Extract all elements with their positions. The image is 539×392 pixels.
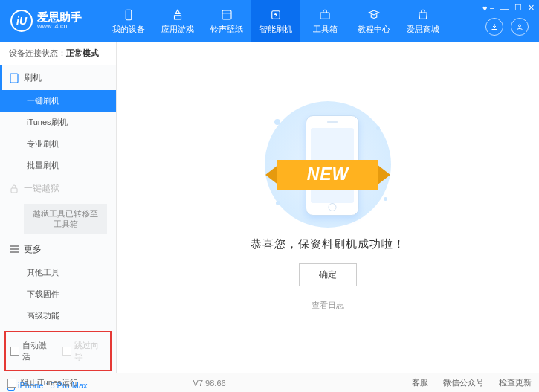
ok-button[interactable]: 确定 [299,263,357,286]
footer-link-update[interactable]: 检查更新 [499,377,532,388]
logo-area: iU 爱思助手 www.i4.cn [0,10,104,32]
jailbreak-note: 越狱工具已转移至工具箱 [24,204,107,234]
nav-label: 教程中心 [358,24,390,35]
header-right-icons [485,18,529,36]
checkbox-icon [10,347,19,356]
sidebar-item-oneclick-flash[interactable]: 一键刷机 [0,90,116,112]
sidebar-section-flash[interactable]: 刷机 [0,65,116,90]
nav-label: 应用游戏 [161,24,194,35]
checkbox-icon [62,347,71,356]
app-title: 爱思助手 [37,11,82,24]
sidebar-item-pro-flash[interactable]: 专业刷机 [0,133,116,155]
success-message: 恭喜您，保资料刷机成功啦！ [251,237,405,251]
nav-store[interactable]: 爱思商城 [398,0,448,42]
footer-link-wechat[interactable]: 微信公众号 [443,377,484,388]
section-label: 一键越狱 [24,182,59,195]
sidebar-section-more[interactable]: 更多 [0,237,116,262]
lock-icon [9,184,19,194]
user-icon[interactable] [511,18,529,36]
svg-rect-5 [10,74,18,83]
section-label: 更多 [24,243,42,256]
section-label: 刷机 [24,71,42,84]
nav-label: 铃声壁纸 [210,24,243,35]
device-status: 设备连接状态：正常模式 [0,42,116,65]
sidebar-item-download-fw[interactable]: 下载固件 [0,283,116,305]
checkbox-label: 阻止iTunes运行 [21,377,78,388]
download-icon[interactable] [485,18,503,36]
status-label: 设备连接状态： [9,48,66,57]
close-icon[interactable]: ✕ [528,3,535,13]
svg-rect-1 [222,10,231,19]
svg-rect-3 [320,13,329,19]
maximize-icon[interactable]: ☐ [514,3,522,13]
ribbon-text: NEW [277,160,378,190]
version-label: V7.98.66 [193,379,226,388]
checkbox-icon [7,379,16,388]
sidebar: 设备连接状态：正常模式 刷机 一键刷机 iTunes刷机 专业刷机 批量刷机 一… [0,42,117,373]
main-content: NEW 恭喜您，保资料刷机成功啦！ 确定 查看日志 [117,42,539,373]
nav-label: 我的设备 [112,24,145,35]
nav-toolbox[interactable]: 工具箱 [300,0,349,42]
highlight-box: 自动激活 跳过向导 [4,331,112,371]
sidebar-item-batch-flash[interactable]: 批量刷机 [0,155,116,176]
nav-tutorials[interactable]: 教程中心 [349,0,398,42]
footer-link-support[interactable]: 客服 [412,377,428,388]
menu-icon[interactable]: ♥ ≡ [482,4,494,13]
phone-icon [9,73,19,83]
sidebar-item-itunes-flash[interactable]: iTunes刷机 [0,112,116,133]
nav-smart-flash[interactable]: 智能刷机 [251,0,300,42]
checkbox-label: 自动激活 [22,340,54,362]
nav-label: 爱思商城 [407,24,439,35]
main-nav: 我的设备 应用游戏 铃声壁纸 智能刷机 工具箱 教程中心 爱思商城 [104,0,448,42]
app-url: www.i4.cn [37,23,82,30]
success-illustration: NEW [254,104,402,227]
nav-label: 智能刷机 [259,24,292,35]
minimize-icon[interactable]: — [500,4,509,13]
sidebar-item-other-tools[interactable]: 其他工具 [0,262,116,283]
sidebar-section-jailbreak: 一键越狱 [0,176,116,201]
window-controls: ♥ ≡ — ☐ ✕ [482,3,535,13]
checkbox-block-itunes[interactable]: 阻止iTunes运行 [7,377,78,388]
logo-icon: iU [10,10,33,32]
status-mode: 正常模式 [66,48,99,57]
svg-rect-6 [11,188,17,193]
app-header: iU 爱思助手 www.i4.cn 我的设备 应用游戏 铃声壁纸 智能刷机 工具… [0,0,539,42]
nav-label: 工具箱 [313,24,338,35]
nav-my-device[interactable]: 我的设备 [104,0,153,42]
svg-rect-0 [126,10,132,20]
svg-point-4 [519,25,521,27]
view-log-link[interactable]: 查看日志 [312,300,344,311]
checkbox-auto-activate[interactable]: 自动激活 [10,340,54,362]
nav-apps-games[interactable]: 应用游戏 [153,0,202,42]
list-icon [9,244,19,254]
checkbox-label: 跳过向导 [74,340,106,362]
sidebar-item-advanced[interactable]: 高级功能 [0,305,116,327]
checkbox-skip-guide: 跳过向导 [62,340,106,362]
nav-ringtones[interactable]: 铃声壁纸 [202,0,251,42]
